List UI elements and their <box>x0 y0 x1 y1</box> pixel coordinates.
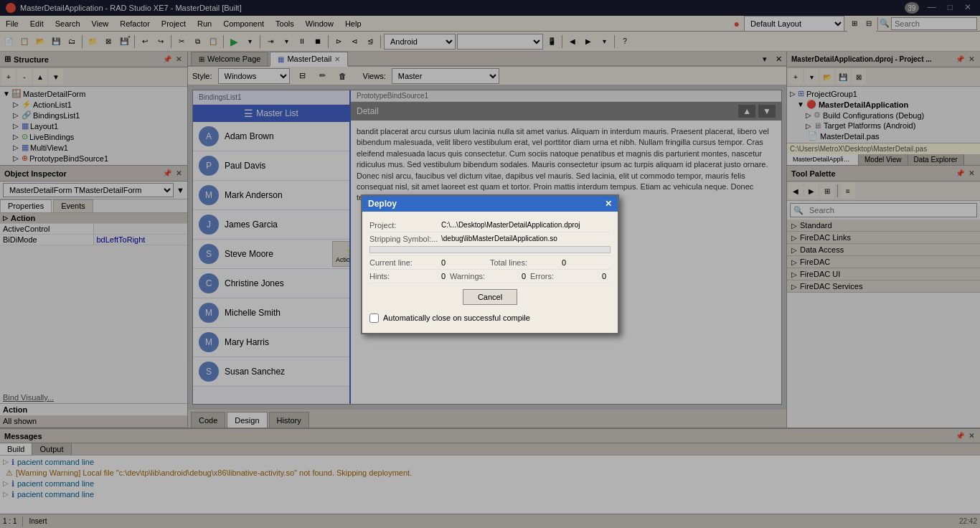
deploy-auto-close-label: Automatically close on successful compil… <box>383 314 530 322</box>
deploy-project-row: Project: C:\...\Desktop\MasterDetailAppl… <box>369 219 611 232</box>
deploy-lines-row: Current line: 0 Total lines: 0 <box>369 256 611 270</box>
deploy-auto-close-checkbox[interactable] <box>369 314 379 323</box>
deploy-dialog-overlay: Deploy ✕ Project: C:\...\Desktop\MasterD… <box>0 0 980 528</box>
deploy-total-lines-label: Total lines: <box>490 258 562 267</box>
deploy-stripping-row: Stripping Symbol:... \debug\libMasterDet… <box>369 232 611 256</box>
deploy-dialog-body: Project: C:\...\Desktop\MasterDetailAppl… <box>362 212 618 333</box>
deploy-btn-row: Cancel <box>369 283 611 311</box>
deploy-hints-val: 0 <box>441 272 450 280</box>
deploy-stripping-label: Stripping Symbol:... <box>369 235 441 243</box>
deploy-warnings-val: 0 <box>522 272 530 280</box>
deploy-project-label: Project: <box>369 221 441 230</box>
deploy-hints-label: Hints: <box>369 272 441 280</box>
deploy-dialog-title: Deploy ✕ <box>362 196 618 212</box>
deploy-auto-close-row: Automatically close on successful compil… <box>369 311 611 326</box>
deploy-project-value: C:\...\Desktop\MasterDetailApplication.d… <box>441 221 611 229</box>
deploy-progress-bar <box>369 246 611 253</box>
deploy-progress-bar-container <box>369 246 611 253</box>
deploy-title-text: Deploy <box>368 199 397 209</box>
deploy-close-icon[interactable]: ✕ <box>605 199 612 209</box>
deploy-current-line-label: Current line: <box>369 258 441 267</box>
deploy-cancel-btn[interactable]: Cancel <box>463 289 517 305</box>
deploy-total-lines-val: 0 <box>562 258 611 267</box>
deploy-errors-val: 0 <box>602 272 611 280</box>
deploy-dialog: Deploy ✕ Project: C:\...\Desktop\MasterD… <box>361 194 619 334</box>
deploy-stripping-value: \debug\libMasterDetailApplication.so <box>441 235 611 242</box>
deploy-stats-row: Hints: 0 Warnings: 0 Errors: 0 <box>369 270 611 283</box>
deploy-warnings-label: Warnings: <box>450 272 522 280</box>
deploy-errors-label: Errors: <box>530 272 602 280</box>
deploy-current-line-val: 0 <box>441 258 490 267</box>
